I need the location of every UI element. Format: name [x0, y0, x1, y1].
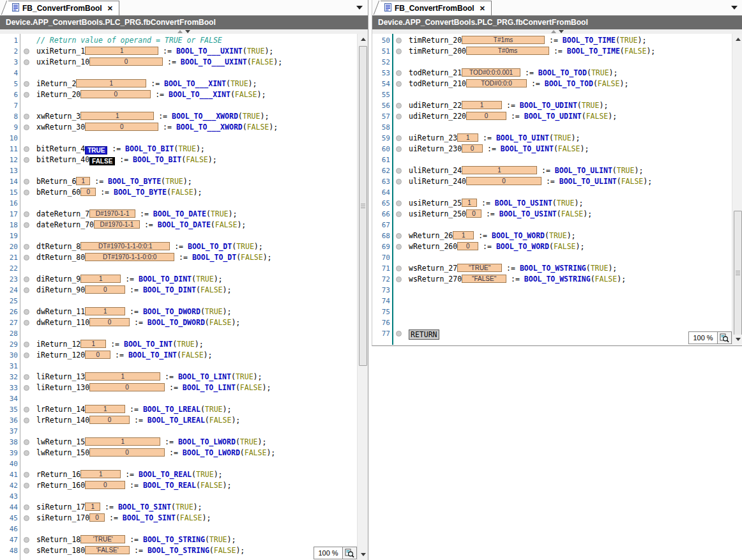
- breakpoint-dot[interactable]: [24, 407, 29, 412]
- monitor-value-box[interactable]: 0: [80, 90, 151, 98]
- breakpoint-dot[interactable]: [24, 125, 29, 130]
- breakpoint-dot[interactable]: [24, 276, 29, 282]
- breakpoint-dot[interactable]: [24, 352, 29, 358]
- breakpoint-dot[interactable]: [24, 211, 29, 217]
- breakpoint-dot[interactable]: [24, 190, 29, 195]
- monitor-value-box[interactable]: 0: [89, 318, 130, 326]
- monitor-value-box[interactable]: 0: [89, 448, 165, 457]
- monitor-value-box[interactable]: TRUE: [85, 146, 107, 155]
- breakpoint-dot[interactable]: [24, 59, 29, 65]
- monitor-value-box[interactable]: T#1ms: [462, 36, 545, 44]
- scrollbar-thumb[interactable]: [359, 46, 367, 366]
- breakpoint-dot[interactable]: [396, 211, 402, 217]
- scrollbar-up-icon[interactable]: [358, 34, 368, 44]
- breakpoint-dot[interactable]: [396, 38, 402, 43]
- monitor-value-box[interactable]: 1: [85, 47, 158, 55]
- monitor-value-box[interactable]: 0: [466, 177, 541, 185]
- breakpoint-dot[interactable]: [24, 81, 29, 87]
- breakpoint-dot[interactable]: [24, 515, 29, 521]
- breakpoint-dot[interactable]: [24, 157, 29, 163]
- monitor-value-box[interactable]: T#0ms: [466, 47, 549, 55]
- breakpoint-dot[interactable]: [24, 92, 29, 98]
- monitor-value-box[interactable]: 1: [76, 177, 90, 185]
- tab-fb-convertfrombool[interactable]: FB_ConvertFromBool ✕: [8, 1, 119, 15]
- monitor-value-box[interactable]: D#1970-1-1: [89, 209, 135, 218]
- monitor-value-box[interactable]: 0: [85, 351, 110, 359]
- breakpoint-dot[interactable]: [396, 103, 402, 109]
- breakpoint-dot[interactable]: [396, 331, 402, 337]
- breakpoint-dot[interactable]: [396, 135, 402, 141]
- zoom-magnifier-button[interactable]: [343, 547, 357, 559]
- monitor-value-box[interactable]: 1: [80, 275, 121, 283]
- monitor-value-box[interactable]: 1: [85, 307, 125, 315]
- breakpoint-dot[interactable]: [396, 201, 402, 206]
- breakpoint-dot[interactable]: [24, 255, 29, 261]
- tab-fb-convertfrombool[interactable]: FB_ConvertFromBool ✕: [381, 1, 492, 15]
- monitor-value-box[interactable]: 1: [457, 133, 478, 142]
- breakpoint-dot[interactable]: [24, 342, 29, 347]
- breakpoint-dot[interactable]: [24, 287, 29, 293]
- monitor-value-box[interactable]: 1: [85, 503, 100, 511]
- breakpoint-dot[interactable]: [24, 548, 29, 554]
- monitor-value-box[interactable]: 0: [466, 209, 481, 218]
- monitor-value-box[interactable]: 'FALSE': [85, 546, 130, 554]
- breakpoint-dot[interactable]: [396, 70, 402, 76]
- vertical-scrollbar[interactable]: [732, 34, 742, 345]
- monitor-value-box[interactable]: 0: [457, 242, 478, 250]
- breakpoint-dot[interactable]: [24, 179, 29, 185]
- monitor-value-box[interactable]: TOD#0:0:0: [466, 79, 527, 87]
- split-view-handle[interactable]: [172, 29, 195, 34]
- breakpoint-dot[interactable]: [24, 114, 29, 119]
- breakpoint-dot[interactable]: [24, 418, 29, 423]
- zoom-magnifier-button[interactable]: [718, 331, 732, 344]
- breakpoint-dot[interactable]: [396, 146, 402, 152]
- breakpoint-dot[interactable]: [24, 146, 29, 152]
- breakpoint-dot[interactable]: [24, 49, 29, 54]
- monitor-value-box[interactable]: 1: [462, 166, 537, 174]
- monitor-value-box[interactable]: 1: [85, 405, 125, 413]
- breakpoint-dot[interactable]: [396, 233, 402, 239]
- close-icon[interactable]: ✕: [480, 4, 485, 13]
- monitor-value-box[interactable]: 1: [76, 79, 146, 87]
- breakpoint-dot[interactable]: [24, 222, 29, 228]
- code-editor[interactable]: 50timReturn_20T#1ms := BOOL_TO_TIME(TRUE…: [372, 34, 742, 345]
- monitor-value-box[interactable]: 0: [85, 481, 125, 489]
- monitor-value-box[interactable]: 1: [85, 372, 160, 381]
- breakpoint-dot[interactable]: [24, 374, 29, 380]
- breakpoint-dot[interactable]: [24, 309, 29, 315]
- monitor-value-box[interactable]: 1: [85, 437, 160, 446]
- code-editor[interactable]: 1// Return value of operand = TRUE or FA…: [0, 34, 368, 560]
- scrollbar-thumb[interactable]: [734, 211, 742, 335]
- breakpoint-dot[interactable]: [396, 81, 402, 87]
- monitor-value-box[interactable]: 0: [466, 112, 506, 120]
- close-icon[interactable]: ✕: [107, 4, 113, 13]
- breakpoint-dot[interactable]: [396, 244, 402, 250]
- zoom-level[interactable]: 100 %: [314, 547, 343, 559]
- monitor-value-box[interactable]: 0: [89, 57, 163, 66]
- scrollbar-down-icon[interactable]: [733, 335, 742, 344]
- zoom-level[interactable]: 100 %: [688, 331, 718, 344]
- split-view-handle[interactable]: [546, 29, 569, 34]
- monitor-value-box[interactable]: 1: [80, 340, 106, 348]
- monitor-value-box[interactable]: DT#1970-1-1-0:0:1: [80, 242, 170, 250]
- breakpoint-dot[interactable]: [396, 49, 402, 54]
- monitor-value-box[interactable]: 1: [80, 470, 121, 478]
- monitor-value-box[interactable]: 0: [89, 383, 165, 391]
- monitor-value-box[interactable]: 0: [85, 285, 125, 294]
- monitor-value-box[interactable]: 0: [80, 188, 96, 196]
- vertical-scrollbar[interactable]: [357, 34, 368, 560]
- breakpoint-dot[interactable]: [396, 276, 402, 282]
- monitor-value-box[interactable]: 0: [89, 416, 130, 424]
- breakpoint-dot[interactable]: [396, 168, 402, 174]
- monitor-value-box[interactable]: 1: [462, 199, 477, 207]
- monitor-value-box[interactable]: 1: [453, 231, 474, 239]
- breakpoint-dot[interactable]: [24, 320, 29, 326]
- breakpoint-dot[interactable]: [24, 385, 29, 391]
- monitor-value-box[interactable]: 0: [85, 123, 158, 131]
- monitor-value-box[interactable]: DT#1970-1-1-0:0:0: [85, 253, 174, 261]
- breakpoint-dot[interactable]: [396, 179, 402, 185]
- breakpoint-dot[interactable]: [24, 450, 29, 456]
- breakpoint-dot[interactable]: [24, 537, 29, 543]
- tab-list-dropdown-icon[interactable]: [356, 6, 363, 10]
- monitor-value-box[interactable]: FALSE: [89, 157, 115, 165]
